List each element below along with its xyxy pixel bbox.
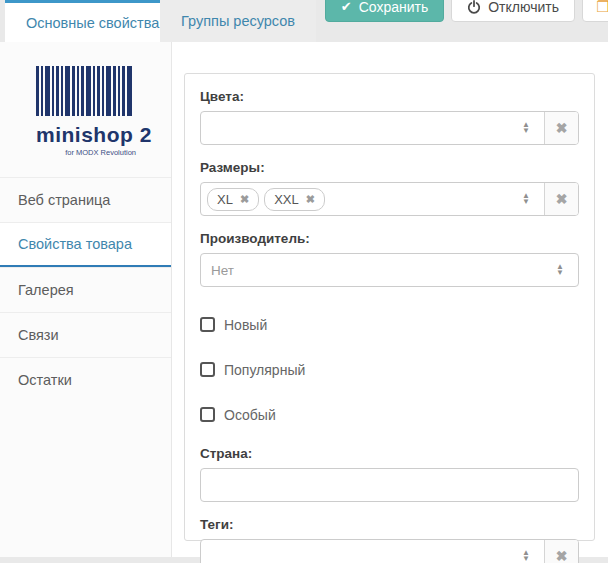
product-properties-panel: Цвета: ▲ ▼ ✖ Размеры: XL ✖ xyxy=(184,73,595,541)
sidebar-item-links[interactable]: Связи xyxy=(0,312,171,357)
duplicate-button[interactable]: ❐ xyxy=(582,0,608,22)
remove-tag-icon[interactable]: ✖ xyxy=(240,193,249,206)
save-button-label: Сохранить xyxy=(359,0,429,15)
popular-checkbox[interactable] xyxy=(200,362,215,377)
check-icon: ✔ xyxy=(341,0,352,14)
manufacturer-label: Производитель: xyxy=(200,231,579,246)
colors-label: Цвета: xyxy=(200,89,579,104)
spinner-down-icon: ▼ xyxy=(522,556,530,562)
colors-combo-value[interactable] xyxy=(201,112,508,144)
manufacturer-select[interactable]: Нет ▲ ▼ xyxy=(200,253,579,287)
tab-strip: Основные свойства Группы ресурсов ✔ Сохр… xyxy=(0,0,608,42)
content-area: minishop 2 for MODX Revolution Веб стран… xyxy=(0,42,608,557)
popular-checkbox-label: Популярный xyxy=(224,362,305,378)
toolbar: ✔ Сохранить Отключить ❐ xyxy=(325,0,608,22)
logo-title: minishop 2 xyxy=(36,123,171,147)
flag-row-popular: Популярный xyxy=(200,359,579,380)
sizes-combo[interactable]: XL ✖ XXL ✖ ▲ ▼ ✖ xyxy=(200,182,579,216)
sizes-spinner[interactable]: ▲ ▼ xyxy=(508,183,544,215)
country-input[interactable] xyxy=(200,468,579,502)
tab-main-properties[interactable]: Основные свойства xyxy=(5,0,180,42)
tags-spinner[interactable]: ▲ ▼ xyxy=(508,540,544,563)
remove-tag-icon[interactable]: ✖ xyxy=(306,193,315,206)
new-checkbox[interactable] xyxy=(200,317,215,332)
sidebar-item-web-page[interactable]: Веб страница xyxy=(0,177,171,222)
sidebar-item-gallery[interactable]: Галерея xyxy=(0,267,171,312)
manufacturer-value[interactable]: Нет xyxy=(201,254,542,286)
disable-button-label: Отключить xyxy=(488,0,559,15)
size-tag: XL ✖ xyxy=(207,188,259,211)
minishop-logo: minishop 2 for MODX Revolution xyxy=(0,42,171,177)
spinner-down-icon: ▼ xyxy=(522,199,530,205)
save-button[interactable]: ✔ Сохранить xyxy=(325,0,444,22)
flag-row-special: Особый xyxy=(200,404,579,425)
tags-combo[interactable]: ▲ ▼ ✖ xyxy=(200,539,579,563)
sizes-combo-body[interactable]: XL ✖ XXL ✖ xyxy=(201,183,508,215)
new-checkbox-label: Новый xyxy=(224,317,267,333)
product-edit-page: Основные свойства Группы ресурсов ✔ Сохр… xyxy=(0,0,608,563)
logo-tagline: for MODX Revolution xyxy=(36,148,136,157)
special-checkbox[interactable] xyxy=(200,407,215,422)
spinner-down-icon: ▼ xyxy=(522,128,530,134)
flag-row-new: Новый xyxy=(200,314,579,335)
sidebar-item-product-properties[interactable]: Свойства товара xyxy=(0,222,171,267)
main-area: Цвета: ▲ ▼ ✖ Размеры: XL ✖ xyxy=(172,42,608,557)
size-tag-label: XL xyxy=(217,192,233,207)
tags-label: Теги: xyxy=(200,517,579,532)
size-tag-label: XXL xyxy=(274,192,299,207)
manufacturer-spinner[interactable]: ▲ ▼ xyxy=(542,254,578,286)
sidebar-item-remains[interactable]: Остатки xyxy=(0,357,171,402)
barcode-icon xyxy=(36,66,132,116)
power-icon xyxy=(467,0,481,14)
country-label: Страна: xyxy=(200,446,579,461)
tags-combo-value[interactable] xyxy=(201,540,508,563)
special-checkbox-label: Особый xyxy=(224,407,276,423)
sidebar: minishop 2 for MODX Revolution Веб стран… xyxy=(0,42,172,557)
tab-resource-groups[interactable]: Группы ресурсов xyxy=(160,0,316,42)
spinner-down-icon: ▼ xyxy=(556,270,564,276)
colors-spinner[interactable]: ▲ ▼ xyxy=(508,112,544,144)
disable-button[interactable]: Отключить xyxy=(451,0,575,22)
colors-combo[interactable]: ▲ ▼ ✖ xyxy=(200,111,579,145)
sizes-label: Размеры: xyxy=(200,160,579,175)
tags-clear-button[interactable]: ✖ xyxy=(544,540,578,563)
size-tag: XXL ✖ xyxy=(264,188,325,211)
duplicate-icon: ❐ xyxy=(596,0,608,16)
colors-clear-button[interactable]: ✖ xyxy=(544,112,578,144)
sizes-clear-button[interactable]: ✖ xyxy=(544,183,578,215)
